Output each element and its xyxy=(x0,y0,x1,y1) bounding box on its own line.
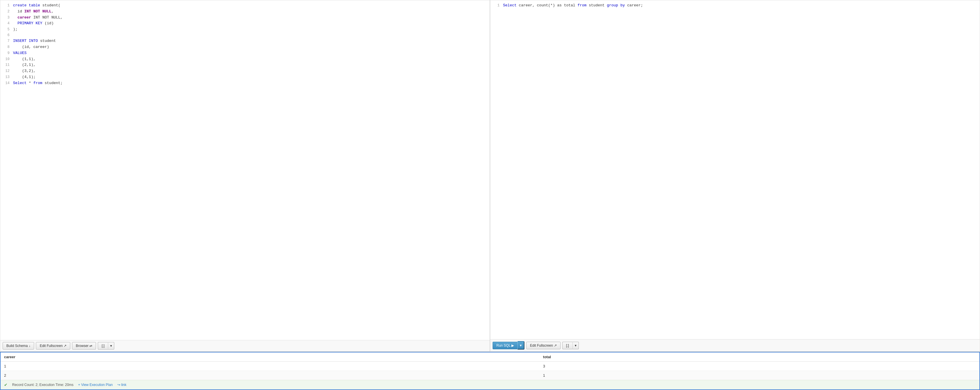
token: career, xyxy=(517,3,537,8)
token: (2,1), xyxy=(13,63,36,67)
right-editor-panel: 1Select career, count(*) as total from s… xyxy=(490,0,980,352)
token: (3,2), xyxy=(13,69,36,73)
token: count(*) xyxy=(537,3,555,8)
left-format-label: [;] xyxy=(102,344,104,348)
line-content: (3,2), xyxy=(13,68,36,74)
code-line: 1create table student( xyxy=(0,3,490,9)
col-header-total: total xyxy=(539,352,979,362)
line-number: 8 xyxy=(3,44,10,50)
token: career xyxy=(18,15,31,20)
table-row: 13 xyxy=(1,362,979,371)
right-format-button[interactable]: [;] xyxy=(562,342,573,349)
token: id xyxy=(13,9,24,14)
line-content: VALUES xyxy=(13,50,27,56)
code-line: 8 (id, career) xyxy=(0,44,490,50)
line-content: (4,1); xyxy=(13,74,36,80)
token: , xyxy=(51,9,54,14)
token: from xyxy=(33,81,42,85)
table-cell: 1 xyxy=(1,362,539,371)
left-code-area[interactable]: 1create table student(2 id INT NOT NULL,… xyxy=(0,0,490,340)
editors-row: 1create table student(2 id INT NOT NULL,… xyxy=(0,0,980,352)
line-content: PRIMARY KEY (id) xyxy=(13,21,54,27)
token: INT NOT NULL xyxy=(24,9,51,14)
line-number: 3 xyxy=(3,15,10,21)
token: student xyxy=(587,3,607,8)
code-line: 7INSERT INTO student xyxy=(0,38,490,44)
line-content: Select * from student; xyxy=(13,80,63,86)
code-line: 11 (2,1), xyxy=(0,62,490,68)
line-number: 11 xyxy=(3,62,10,68)
build-schema-button[interactable]: Build Schema ↓ xyxy=(3,342,34,350)
right-format-arrow[interactable]: ▾ xyxy=(573,342,579,349)
code-line: 6 xyxy=(0,33,490,38)
right-format-split: [;] ▾ xyxy=(562,342,579,349)
token: (1,1), xyxy=(13,57,36,61)
results-footer: ✔ Record Count: 2; Execution Time: 20ms … xyxy=(1,380,979,389)
col-header-career: career xyxy=(1,352,539,362)
line-content: (2,1), xyxy=(13,62,36,68)
left-format-arrow[interactable]: ▾ xyxy=(108,342,114,350)
line-content: Select career, count(*) as total from st… xyxy=(503,3,643,9)
token: create table xyxy=(13,3,42,8)
line-number: 6 xyxy=(3,33,10,38)
line-number: 4 xyxy=(3,21,10,26)
code-line: 1Select career, count(*) as total from s… xyxy=(490,3,980,9)
token xyxy=(13,21,18,25)
code-line: 5); xyxy=(0,27,490,33)
table-cell: 1 xyxy=(539,371,979,380)
token: from xyxy=(578,3,586,8)
line-content: create table student( xyxy=(13,3,60,9)
code-line: 3 career INT NOT NULL, xyxy=(0,15,490,21)
line-number: 1 xyxy=(3,3,10,8)
code-line: 9VALUES xyxy=(0,50,490,56)
main-container: 1create table student(2 id INT NOT NULL,… xyxy=(0,0,980,390)
right-format-label: [;] xyxy=(566,344,569,347)
token xyxy=(13,15,18,20)
code-line: 10 (1,1), xyxy=(0,56,490,62)
table-cell: 3 xyxy=(539,362,979,371)
results-section: career total 1321 ✔ Record Count: 2; Exe… xyxy=(0,352,980,390)
token: student( xyxy=(42,3,60,8)
token: group by xyxy=(607,3,625,8)
code-line: 2 id INT NOT NULL, xyxy=(0,9,490,15)
line-number: 12 xyxy=(3,68,10,74)
token: career; xyxy=(625,3,643,8)
table-row: 21 xyxy=(1,371,979,380)
token: (4,1); xyxy=(13,75,36,79)
line-number: 14 xyxy=(3,81,10,86)
browser-button[interactable]: Browser ⇌ xyxy=(72,342,96,350)
run-sql-button[interactable]: Run SQL ▶ xyxy=(493,342,517,349)
right-edit-fullscreen-label: Edit Fullscreen ↗ xyxy=(530,344,557,347)
right-edit-fullscreen-button[interactable]: Edit Fullscreen ↗ xyxy=(526,342,561,349)
code-line: 13 (4,1); xyxy=(0,74,490,80)
line-content: (id, career) xyxy=(13,44,49,50)
status-text: Record Count: 2; Execution Time: 20ms xyxy=(12,383,73,387)
build-schema-label: Build Schema ↓ xyxy=(6,344,30,348)
code-line: 12 (3,2), xyxy=(0,68,490,74)
token: PRIMARY KEY xyxy=(18,21,43,25)
token: INT NOT NULL, xyxy=(31,15,62,20)
table-cell: 2 xyxy=(1,371,539,380)
run-sql-arrow[interactable]: ▾ xyxy=(517,341,524,350)
line-number: 7 xyxy=(3,38,10,44)
line-number: 2 xyxy=(3,9,10,14)
token: (id, career) xyxy=(13,45,49,49)
code-line: 4 PRIMARY KEY (id) xyxy=(0,21,490,27)
link-anchor[interactable]: ↪ link xyxy=(118,383,126,387)
left-format-button[interactable]: [;] xyxy=(98,342,108,350)
line-content: ); xyxy=(13,27,18,33)
token: (id) xyxy=(42,21,54,25)
token: ); xyxy=(13,27,18,32)
line-number: 13 xyxy=(3,75,10,80)
line-content: INSERT INTO student xyxy=(13,38,56,44)
code-line: 14Select * from student; xyxy=(0,80,490,86)
right-toolbar: Run SQL ▶ ▾ Edit Fullscreen ↗ [;] ▾ xyxy=(490,339,980,351)
token: Select xyxy=(503,3,517,8)
token: as total xyxy=(555,3,578,8)
right-code-area[interactable]: 1Select career, count(*) as total from s… xyxy=(490,0,980,339)
line-content: career INT NOT NULL, xyxy=(13,15,63,21)
token: * xyxy=(27,81,33,85)
view-execution-plan-link[interactable]: + View Execution Plan xyxy=(78,383,113,387)
left-edit-fullscreen-button[interactable]: Edit Fullscreen ↗ xyxy=(36,342,70,350)
run-sql-label: Run SQL ▶ xyxy=(496,344,514,347)
